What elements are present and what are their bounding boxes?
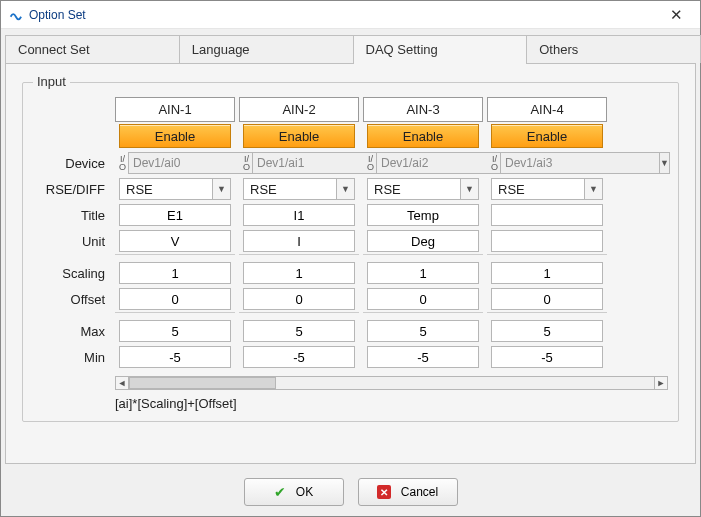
- ok-button[interactable]: ✔ OK: [244, 478, 344, 506]
- offset-field[interactable]: [491, 288, 603, 310]
- row-label-unit: Unit: [33, 228, 111, 254]
- titlebar: Option Set ✕: [1, 1, 700, 29]
- row-label-title: Title: [33, 202, 111, 228]
- scaling-field[interactable]: [243, 262, 355, 284]
- close-button[interactable]: ✕: [658, 1, 694, 28]
- enable-button[interactable]: Enable: [491, 124, 603, 148]
- formula-text: [ai]*[Scaling]+[Offset]: [33, 390, 668, 411]
- max-field[interactable]: [243, 320, 355, 342]
- chevron-down-icon[interactable]: ▼: [213, 178, 231, 200]
- tab-others[interactable]: Others: [526, 35, 701, 63]
- title-field[interactable]: [119, 204, 231, 226]
- io-icon: I/ O: [243, 155, 250, 171]
- app-icon: [7, 7, 23, 23]
- rse-select[interactable]: RSE▼: [243, 178, 355, 200]
- enable-button[interactable]: Enable: [119, 124, 231, 148]
- tab-body: Input AIN-1 AIN-2 AIN-3 AIN-4 Enable Ena…: [5, 63, 696, 464]
- io-icon: I/ O: [119, 155, 126, 171]
- title-field[interactable]: [491, 204, 603, 226]
- cancel-label: Cancel: [401, 485, 438, 499]
- offset-field[interactable]: [243, 288, 355, 310]
- row-label-scaling: Scaling: [33, 260, 111, 286]
- row-label-rsediff: RSE/DIFF: [33, 176, 111, 202]
- col-header-ain3: AIN-3: [363, 97, 483, 122]
- title-field[interactable]: [243, 204, 355, 226]
- unit-field[interactable]: [243, 230, 355, 252]
- horizontal-scrollbar[interactable]: ◄ ►: [115, 376, 668, 390]
- input-group: Input AIN-1 AIN-2 AIN-3 AIN-4 Enable Ena…: [22, 82, 679, 422]
- enable-button[interactable]: Enable: [243, 124, 355, 148]
- row-label-max: Max: [33, 318, 111, 344]
- scroll-right-icon[interactable]: ►: [654, 376, 668, 390]
- enable-button[interactable]: Enable: [367, 124, 479, 148]
- chevron-down-icon[interactable]: ▼: [660, 152, 670, 174]
- offset-field[interactable]: [367, 288, 479, 310]
- scroll-left-icon[interactable]: ◄: [115, 376, 129, 390]
- chevron-down-icon[interactable]: ▼: [461, 178, 479, 200]
- row-label-device: Device: [33, 150, 111, 176]
- group-title: Input: [33, 74, 70, 89]
- unit-field[interactable]: [119, 230, 231, 252]
- cancel-button[interactable]: ✕ Cancel: [358, 478, 458, 506]
- scroll-thumb[interactable]: [129, 377, 276, 389]
- col-header-ain2: AIN-2: [239, 97, 359, 122]
- tab-daq-setting[interactable]: DAQ Setting: [353, 35, 528, 63]
- rse-select[interactable]: RSE▼: [367, 178, 479, 200]
- chevron-down-icon[interactable]: ▼: [585, 178, 603, 200]
- dialog-footer: ✔ OK ✕ Cancel: [1, 468, 700, 516]
- col-header-ain1: AIN-1: [115, 97, 235, 122]
- offset-field[interactable]: [119, 288, 231, 310]
- chevron-down-icon[interactable]: ▼: [337, 178, 355, 200]
- row-label-offset: Offset: [33, 286, 111, 312]
- io-icon: I/ O: [491, 155, 498, 171]
- title-field[interactable]: [367, 204, 479, 226]
- io-icon: I/ O: [367, 155, 374, 171]
- max-field[interactable]: [491, 320, 603, 342]
- ok-label: OK: [296, 485, 313, 499]
- option-set-window: Option Set ✕ Connect Set Language DAQ Se…: [0, 0, 701, 517]
- min-field[interactable]: [491, 346, 603, 368]
- tab-language[interactable]: Language: [179, 35, 354, 63]
- scaling-field[interactable]: [119, 262, 231, 284]
- close-icon: ✕: [377, 485, 391, 499]
- tab-connect-set[interactable]: Connect Set: [5, 35, 180, 63]
- device-field[interactable]: [500, 152, 660, 174]
- scaling-field[interactable]: [491, 262, 603, 284]
- scaling-field[interactable]: [367, 262, 479, 284]
- row-label-min: Min: [33, 344, 111, 370]
- unit-field[interactable]: [491, 230, 603, 252]
- rse-select[interactable]: RSE▼: [119, 178, 231, 200]
- check-icon: ✔: [274, 484, 286, 500]
- min-field[interactable]: [367, 346, 479, 368]
- max-field[interactable]: [367, 320, 479, 342]
- col-header-ain4: AIN-4: [487, 97, 607, 122]
- window-title: Option Set: [29, 8, 658, 22]
- min-field[interactable]: [243, 346, 355, 368]
- tab-bar: Connect Set Language DAQ Setting Others: [1, 29, 700, 63]
- scroll-track[interactable]: [129, 376, 654, 390]
- min-field[interactable]: [119, 346, 231, 368]
- channel-grid: AIN-1 AIN-2 AIN-3 AIN-4 Enable Enable En…: [33, 97, 668, 370]
- unit-field[interactable]: [367, 230, 479, 252]
- rse-select[interactable]: RSE▼: [491, 178, 603, 200]
- max-field[interactable]: [119, 320, 231, 342]
